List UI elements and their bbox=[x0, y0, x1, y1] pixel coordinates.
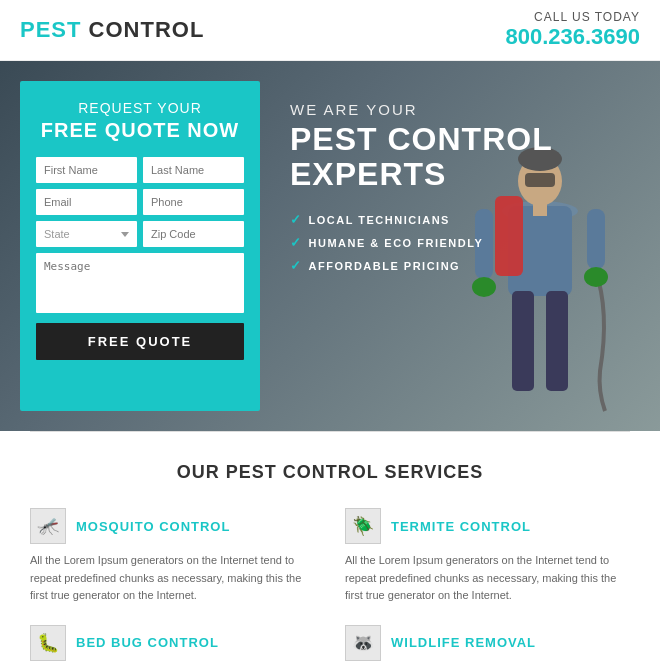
form-title: REQUEST YOUR FREE QUOTE NOW bbox=[36, 99, 244, 143]
service-mosquito-header: 🦟 MOSQUITO CONTROL bbox=[30, 508, 315, 544]
hero-text: WE ARE YOUR PEST CONTROL EXPERTS ✓ LOCAL… bbox=[280, 61, 660, 431]
service-bedbug: 🐛 BED BUG CONTROL All the Lorem Ipsum ge… bbox=[30, 625, 315, 662]
quote-form: State ALAKAZCA COFLGANY TX FREE QUOTE bbox=[36, 157, 244, 360]
termite-icon: 🪲 bbox=[345, 508, 381, 544]
service-wildlife: 🦝 WILDLIFE REMOVAL All the Lorem Ipsum g… bbox=[345, 625, 630, 662]
logo-control-text: CONTROL bbox=[89, 17, 205, 42]
mosquito-name: MOSQUITO CONTROL bbox=[76, 519, 230, 534]
hero-heading: PEST CONTROL EXPERTS bbox=[290, 122, 640, 192]
service-bedbug-header: 🐛 BED BUG CONTROL bbox=[30, 625, 315, 661]
last-name-input[interactable] bbox=[143, 157, 244, 183]
form-row-location: State ALAKAZCA COFLGANY TX bbox=[36, 221, 244, 247]
services-title: OUR PEST CONTROL SERVICES bbox=[30, 462, 630, 483]
call-us-label: CALL US TODAY bbox=[505, 10, 640, 24]
check-icon-2: ✓ bbox=[290, 235, 303, 250]
mosquito-desc: All the Lorem Ipsum generators on the In… bbox=[30, 552, 315, 605]
hero-tagline: WE ARE YOUR bbox=[290, 101, 640, 118]
bedbug-name: BED BUG CONTROL bbox=[76, 635, 219, 650]
quote-form-panel: REQUEST YOUR FREE QUOTE NOW State ALAKAZ… bbox=[20, 81, 260, 411]
service-wildlife-header: 🦝 WILDLIFE REMOVAL bbox=[345, 625, 630, 661]
header-contact: CALL US TODAY 800.236.3690 bbox=[505, 10, 640, 50]
termite-name: TERMITE CONTROL bbox=[391, 519, 531, 534]
first-name-input[interactable] bbox=[36, 157, 137, 183]
zip-input[interactable] bbox=[143, 221, 244, 247]
check-icon-3: ✓ bbox=[290, 258, 303, 273]
wildlife-name: WILDLIFE REMOVAL bbox=[391, 635, 536, 650]
phone-input[interactable] bbox=[143, 189, 244, 215]
service-termite-header: 🪲 TERMITE CONTROL bbox=[345, 508, 630, 544]
logo-pest: PEST bbox=[20, 17, 81, 42]
hero-section: REQUEST YOUR FREE QUOTE NOW State ALAKAZ… bbox=[0, 61, 660, 431]
form-row-contact bbox=[36, 189, 244, 215]
services-grid: 🦟 MOSQUITO CONTROL All the Lorem Ipsum g… bbox=[30, 508, 630, 662]
form-row-name bbox=[36, 157, 244, 183]
feature-item-1: ✓ LOCAL TECHNICIANS bbox=[290, 212, 640, 227]
feature-item-2: ✓ HUMANE & ECO FRIENDLY bbox=[290, 235, 640, 250]
site-header: PEST CONTROL CALL US TODAY 800.236.3690 bbox=[0, 0, 660, 61]
wildlife-icon: 🦝 bbox=[345, 625, 381, 661]
bedbug-icon: 🐛 bbox=[30, 625, 66, 661]
logo: PEST CONTROL bbox=[20, 17, 204, 43]
phone-number[interactable]: 800.236.3690 bbox=[505, 24, 640, 50]
message-textarea[interactable] bbox=[36, 253, 244, 313]
service-termite: 🪲 TERMITE CONTROL All the Lorem Ipsum ge… bbox=[345, 508, 630, 605]
termite-desc: All the Lorem Ipsum generators on the In… bbox=[345, 552, 630, 605]
services-section: OUR PEST CONTROL SERVICES 🦟 MOSQUITO CON… bbox=[0, 432, 660, 662]
service-mosquito: 🦟 MOSQUITO CONTROL All the Lorem Ipsum g… bbox=[30, 508, 315, 605]
submit-button[interactable]: FREE QUOTE bbox=[36, 323, 244, 360]
state-select[interactable]: State ALAKAZCA COFLGANY TX bbox=[36, 221, 137, 247]
mosquito-icon: 🦟 bbox=[30, 508, 66, 544]
feature-list: ✓ LOCAL TECHNICIANS ✓ HUMANE & ECO FRIEN… bbox=[290, 212, 640, 273]
feature-item-3: ✓ AFFORDABLE PRICING bbox=[290, 258, 640, 273]
check-icon-1: ✓ bbox=[290, 212, 303, 227]
email-input[interactable] bbox=[36, 189, 137, 215]
